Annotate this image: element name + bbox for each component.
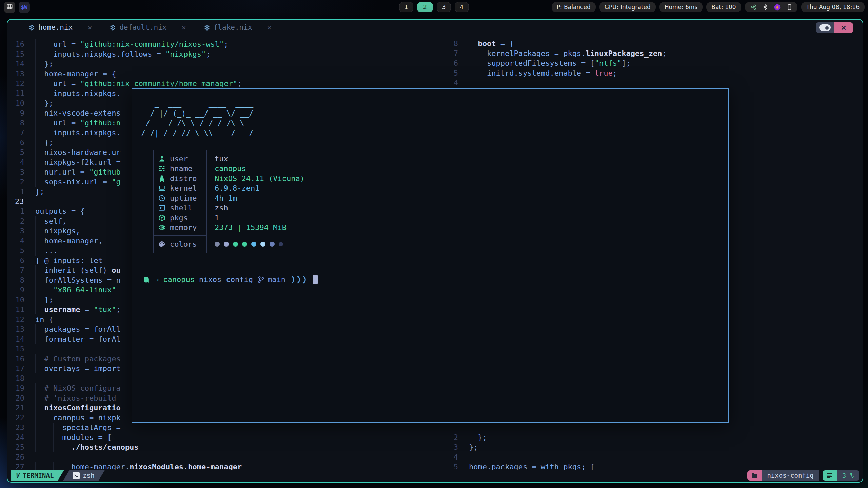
folder-icon bbox=[747, 470, 762, 481]
line-number: 22 bbox=[9, 413, 35, 423]
status-pill[interactable]: Home: 6ms bbox=[659, 2, 703, 12]
fetch-label: user bbox=[170, 155, 188, 163]
phone-icon bbox=[786, 4, 793, 11]
fetch-row-shell: shellzsh bbox=[154, 203, 206, 213]
logo-text: $W bbox=[21, 4, 27, 11]
line-number: 1 bbox=[9, 187, 35, 197]
system-tray[interactable] bbox=[745, 2, 797, 12]
line-number: 3 bbox=[9, 226, 35, 236]
fetch-label: memory bbox=[170, 223, 197, 232]
bar-left-group: $W bbox=[4, 2, 30, 13]
chevron-icon bbox=[302, 276, 307, 284]
branch-icon bbox=[257, 276, 265, 283]
bluetooth-icon bbox=[762, 4, 768, 11]
status-pill[interactable]: P: Balanced bbox=[552, 2, 596, 12]
app-launcher-button[interactable] bbox=[4, 2, 15, 13]
workspaces: 1234 bbox=[399, 2, 469, 12]
scroll-segment[interactable]: 3 % bbox=[823, 470, 859, 481]
code-line: 5home.packages = with pkgs; [ bbox=[443, 462, 861, 470]
cwd-segment[interactable]: nixos-config bbox=[747, 470, 819, 481]
list-icon bbox=[823, 470, 837, 481]
status-pill[interactable]: GPU: Integrated bbox=[599, 2, 656, 12]
code-line: 5initrd.systemd.enable = true; bbox=[443, 68, 861, 78]
code-line: 7kernelPackages = pkgs.linuxPackages_zen… bbox=[443, 48, 861, 58]
line-number: 14 bbox=[9, 59, 35, 69]
fetch-row-user: usertux bbox=[154, 154, 206, 164]
shell-prompt[interactable]: →canopusnixos-configmain bbox=[142, 275, 318, 284]
window-pin-toggle[interactable] bbox=[816, 22, 834, 33]
clock-icon bbox=[158, 194, 166, 202]
shell-segment[interactable]: zsh bbox=[63, 470, 104, 481]
tab-default.nix[interactable]: default.nix× bbox=[110, 23, 186, 32]
fetch-value: zsh bbox=[215, 204, 228, 212]
prompt-hostname: canopus bbox=[163, 275, 195, 284]
code-line: 25./hosts/canopus bbox=[9, 442, 437, 452]
fetch-row-hname: hnamecanopus bbox=[154, 164, 206, 174]
logo-button[interactable]: $W bbox=[19, 2, 30, 13]
fetch-row-colors: colors bbox=[154, 235, 206, 253]
chevron-icon bbox=[291, 276, 296, 284]
app-grid-icon bbox=[6, 3, 13, 11]
fetch-label: uptime bbox=[170, 194, 197, 202]
tab-close-icon[interactable]: × bbox=[181, 23, 186, 32]
tab-close-icon[interactable]: × bbox=[267, 23, 272, 32]
code-line: 26 bbox=[9, 452, 437, 462]
close-icon: × bbox=[841, 23, 847, 32]
tab-flake.nix[interactable]: flake.nix× bbox=[204, 23, 272, 32]
tab-label: default.nix bbox=[119, 23, 166, 32]
toggle-icon bbox=[819, 24, 831, 31]
workspace-2[interactable]: 2 bbox=[417, 2, 433, 12]
mode-segment[interactable]: V TERMINAL bbox=[11, 470, 64, 481]
status-pill[interactable]: Bat: 100 bbox=[706, 2, 741, 12]
tab-close-icon[interactable]: × bbox=[87, 23, 92, 32]
fetch-value: tux bbox=[215, 155, 228, 163]
floating-terminal[interactable]: _ ___ ____ ____ / |/ (_)_ __/ __ \/ __/ … bbox=[132, 88, 729, 423]
window-close-button[interactable]: × bbox=[834, 22, 853, 33]
line-number: 11 bbox=[9, 305, 35, 314]
line-number: 11 bbox=[9, 88, 35, 98]
line-number: 3 bbox=[443, 442, 469, 452]
clock[interactable]: Thu Aug 08, 18:16 bbox=[801, 2, 865, 12]
line-number: 6 bbox=[9, 256, 35, 265]
clock-text: Thu Aug 08, 18:16 bbox=[806, 4, 860, 11]
line-number: 8 bbox=[9, 118, 35, 128]
workspace-4[interactable]: 4 bbox=[455, 2, 469, 12]
line-number: 23 bbox=[9, 197, 35, 206]
tab-home.nix[interactable]: home.nix× bbox=[28, 23, 92, 32]
fetch-row-pkgs: pkgs1 bbox=[154, 213, 206, 223]
line-number: 5 bbox=[443, 462, 469, 470]
palette-dot bbox=[233, 242, 238, 247]
line-number: 25 bbox=[9, 442, 35, 452]
line-number: 10 bbox=[9, 98, 35, 108]
fetch-value: 2373 | 15394 MiB bbox=[215, 223, 287, 232]
line-number: 18 bbox=[9, 373, 35, 383]
line-number: 5 bbox=[9, 147, 35, 157]
scissors-icon bbox=[750, 4, 756, 11]
workspace-3[interactable]: 3 bbox=[437, 2, 451, 12]
chip-icon bbox=[158, 224, 166, 232]
fetch-label: distro bbox=[170, 174, 197, 183]
fetch-label: hname bbox=[170, 164, 192, 173]
code-line: 16url = "github:nix-community/nixos-wsl"… bbox=[9, 39, 437, 49]
flame-icon bbox=[774, 4, 781, 11]
editor-status-bar: V TERMINAL zsh nixos-config 3 % bbox=[11, 470, 859, 481]
code-line: 27home-manager.nixosModules.home-manager bbox=[9, 462, 437, 470]
terminal-icon bbox=[158, 204, 166, 212]
line-number: 10 bbox=[9, 295, 35, 305]
prompt-directory: nixos-config bbox=[199, 275, 253, 284]
editor-window: home.nix×default.nix×flake.nix× × 16url … bbox=[7, 19, 863, 483]
fetch-value: 6.9.8-zen1 bbox=[215, 184, 259, 192]
palette-dot bbox=[251, 242, 256, 247]
code-line: 14}; bbox=[9, 59, 437, 69]
tab-label: flake.nix bbox=[214, 23, 252, 32]
cwd-label: nixos-config bbox=[762, 470, 819, 481]
palette-icon bbox=[158, 240, 166, 248]
code-line: 24modules = [ bbox=[9, 432, 437, 442]
mode-label: TERMINAL bbox=[23, 472, 54, 479]
line-number: 2 bbox=[443, 432, 469, 442]
palette-dot bbox=[260, 242, 265, 247]
palette-dot bbox=[242, 242, 247, 247]
line-number: 6 bbox=[443, 58, 469, 68]
workspace-1[interactable]: 1 bbox=[399, 2, 413, 12]
fetch-label: kernel bbox=[170, 184, 197, 192]
